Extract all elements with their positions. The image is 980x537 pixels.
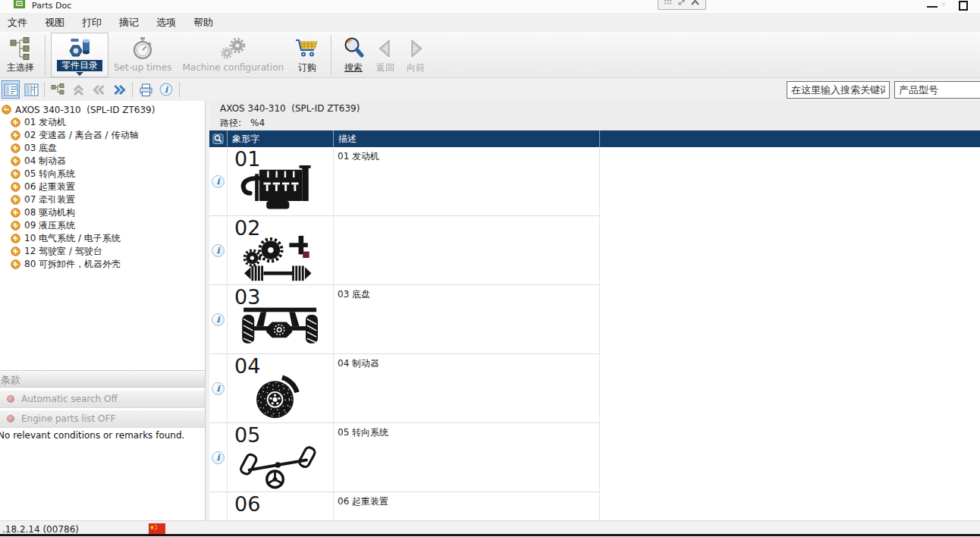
grid-icon[interactable] bbox=[664, 0, 672, 8]
info-icon[interactable]: i bbox=[212, 382, 225, 395]
view-columns-button[interactable] bbox=[22, 80, 40, 99]
menu-item-5[interactable]: 帮助 bbox=[192, 14, 215, 31]
info-icon[interactable]: i bbox=[212, 175, 225, 188]
expand-node-icon[interactable] bbox=[11, 195, 20, 205]
tree-item-8[interactable]: 09 液压系统 bbox=[0, 219, 205, 232]
collapse-all-button[interactable] bbox=[69, 80, 87, 99]
toggle-dot-icon bbox=[7, 395, 14, 403]
expand-node-icon[interactable] bbox=[11, 221, 20, 231]
maximize-button[interactable] bbox=[959, 1, 968, 11]
ribbon-button-main-selection[interactable]: 主选择 bbox=[2, 33, 39, 77]
setup-times-icon bbox=[131, 35, 154, 62]
info-icon[interactable]: i bbox=[212, 313, 225, 326]
menu-item-4[interactable]: 选项 bbox=[155, 14, 177, 31]
condition-toggle-0[interactable]: Automatic search Off bbox=[0, 391, 205, 408]
group-description: 05 转向系统 bbox=[334, 423, 600, 491]
menu-item-2[interactable]: 打印 bbox=[80, 14, 103, 31]
pictogram-brake-icon bbox=[231, 372, 331, 421]
forward-icon bbox=[406, 35, 426, 62]
overlay-toolbar bbox=[658, 0, 706, 10]
ribbon-separator bbox=[331, 35, 331, 75]
resize-diagonal-icon[interactable] bbox=[677, 0, 686, 8]
expand-node-icon[interactable] bbox=[11, 208, 20, 218]
tree-item-10[interactable]: 12 驾驶室 / 驾驶台 bbox=[0, 245, 205, 258]
expand-node-icon[interactable] bbox=[11, 143, 20, 153]
ribbon-button-machine-config[interactable]: Machine configuration bbox=[177, 33, 289, 77]
product-model-input[interactable] bbox=[894, 81, 980, 99]
menubar: 文件视图打印摘记选项帮助 bbox=[0, 13, 980, 32]
menu-item-0[interactable]: 文件 bbox=[6, 14, 29, 31]
tree-root[interactable]: AXOS 340-310 (SPL-ID ZT639) bbox=[0, 103, 205, 116]
parts-table-row-04[interactable]: i0404 制动器 bbox=[209, 354, 600, 423]
tree-item-6[interactable]: 07 牵引装置 bbox=[0, 193, 205, 206]
ribbon-button-order-cart[interactable]: 订购 bbox=[289, 33, 325, 77]
parts-table-row-05[interactable]: i0505 转向系统 bbox=[209, 423, 600, 492]
ribbon-button-setup-times[interactable]: Set-up times bbox=[108, 33, 177, 77]
chevron-up-icon[interactable] bbox=[690, 0, 700, 8]
parts-table-row-02[interactable]: i02 bbox=[209, 216, 600, 285]
expand-node-icon[interactable] bbox=[11, 247, 20, 256]
expand-node-icon[interactable] bbox=[11, 169, 20, 179]
menu-item-1[interactable]: 视图 bbox=[43, 14, 66, 31]
info-button[interactable]: i bbox=[157, 80, 175, 99]
parts-table-row-06[interactable]: i0606 起重装置 bbox=[209, 492, 600, 520]
group-description bbox=[334, 216, 600, 284]
parts-table-header: 象形字 描述 bbox=[209, 130, 980, 147]
tree-item-4[interactable]: 05 转向系统 bbox=[0, 168, 205, 181]
structure-tree-button[interactable] bbox=[49, 80, 67, 99]
tree-item-2[interactable]: 03 底盘 bbox=[0, 142, 205, 155]
description-column-header[interactable]: 描述 bbox=[334, 130, 600, 147]
toggle-dot-icon bbox=[7, 415, 14, 422]
condition-toggle-1[interactable]: Engine parts list OFF bbox=[0, 410, 205, 428]
expand-node-icon[interactable] bbox=[11, 130, 20, 140]
menu-item-3[interactable]: 摘记 bbox=[118, 14, 140, 31]
tree-item-0[interactable]: 01 发动机 bbox=[0, 116, 205, 129]
version-text: .18.2.14 (00786) bbox=[2, 524, 79, 535]
main-panel: AXOS 340-310 (SPL-ID ZT639) 路径:%4 象形字 描述… bbox=[209, 101, 980, 520]
parts-table-body: i0101 发动机i02i0303 底盘i0404 制动器i0505 转向系统i… bbox=[209, 147, 980, 520]
mini-toolbar: i bbox=[2, 80, 184, 99]
parts-doc-window: Parts Doc ✕ 文件视图打印摘记选项帮助 主选择零件目录Set-up t… bbox=[0, 0, 980, 537]
expand-node-icon[interactable] bbox=[11, 259, 20, 269]
expand-node-icon[interactable] bbox=[11, 156, 20, 166]
close-ghost-icon: ✕ bbox=[941, 1, 947, 8]
ribbon-button-search[interactable]: 搜索 bbox=[337, 33, 370, 77]
info-icon[interactable]: i bbox=[212, 451, 225, 464]
order-cart-icon bbox=[294, 35, 320, 62]
selected-caret bbox=[76, 72, 83, 76]
expand-node-icon[interactable] bbox=[11, 118, 20, 127]
parts-catalog-icon bbox=[67, 36, 93, 60]
expand-node-icon[interactable] bbox=[11, 234, 20, 243]
page-back-button[interactable] bbox=[90, 80, 108, 99]
tree-item-11[interactable]: 80 可拆卸件，机器外壳 bbox=[0, 258, 205, 271]
pictogram-steering-icon bbox=[231, 441, 331, 490]
collapse-node-icon[interactable] bbox=[2, 105, 11, 115]
path-label: 路径: bbox=[220, 118, 241, 128]
search-column-header[interactable] bbox=[209, 130, 228, 147]
view-details-button[interactable] bbox=[2, 80, 20, 99]
tree-item-5[interactable]: 06 起重装置 bbox=[0, 181, 205, 193]
titlebar: Parts Doc ✕ bbox=[0, 0, 980, 13]
ribbon-button-forward[interactable]: 向前 bbox=[400, 33, 431, 77]
expand-node-icon[interactable] bbox=[11, 182, 20, 192]
minimize-button[interactable] bbox=[927, 6, 938, 8]
parts-table-row-03[interactable]: i0303 底盘 bbox=[209, 285, 600, 354]
group-description: 06 起重装置 bbox=[334, 492, 600, 520]
tree-item-7[interactable]: 08 驱动机构 bbox=[0, 206, 205, 219]
print-button[interactable] bbox=[137, 80, 155, 99]
app-icon bbox=[14, 0, 25, 11]
tree-item-1[interactable]: 02 变速器 / 离合器 / 传动轴 bbox=[0, 129, 205, 142]
model-title: AXOS 340-310 (SPL-ID ZT639) bbox=[220, 103, 360, 114]
page-forward-button[interactable] bbox=[110, 80, 128, 99]
keyword-search-input[interactable] bbox=[787, 81, 890, 99]
pictogram-hitch-icon bbox=[231, 510, 331, 520]
parts-table-row-01[interactable]: i0101 发动机 bbox=[209, 147, 600, 216]
pictogram-column-header[interactable]: 象形字 bbox=[228, 130, 334, 147]
ribbon-button-parts-catalog[interactable]: 零件目录 bbox=[51, 33, 108, 77]
tree-item-9[interactable]: 10 电气系统 / 电子系统 bbox=[0, 232, 205, 245]
tree-item-3[interactable]: 04 制动器 bbox=[0, 155, 205, 168]
ribbon-button-back[interactable]: 返回 bbox=[370, 33, 400, 77]
window-title: Parts Doc bbox=[32, 1, 71, 11]
info-icon[interactable]: i bbox=[212, 244, 225, 257]
back-icon bbox=[375, 35, 395, 62]
